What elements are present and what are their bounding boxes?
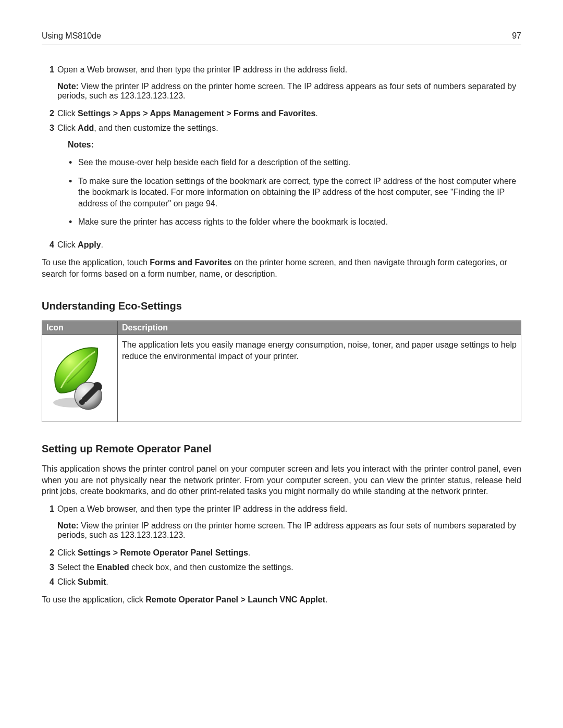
bullet-2: To make sure the location settings of th… [68, 176, 521, 209]
eco-table: Icon Description [42, 320, 521, 422]
step-1: 1 Open a Web browser, and then type the … [42, 65, 521, 104]
bullet-3: Make sure the printer has access rights … [68, 216, 521, 228]
step-2: 2 Click Settings > Apps > Apps Managemen… [42, 109, 521, 118]
step-1-note: View the printer IP address on the print… [57, 82, 516, 100]
section-title: Using MS810de [42, 31, 101, 41]
nav-path: Settings > Apps > Apps Management > Form… [78, 109, 315, 118]
bullet-1: See the mouse-over help beside each fiel… [68, 157, 521, 168]
step-3: 3 Click Add, and then customize the sett… [42, 124, 521, 235]
rop-heading: Setting up Remote Operator Panel [42, 443, 521, 455]
document-page: Using MS810de 97 1 Open a Web browser, a… [0, 0, 563, 655]
eco-row: The application lets you easily manage e… [42, 335, 521, 422]
notes-heading: Notes: [68, 140, 521, 150]
rop-step-4: 4 Click Submit. [42, 577, 521, 587]
th-description: Description [118, 321, 521, 335]
eco-heading: Understanding Eco-Settings [42, 300, 521, 312]
th-icon: Icon [42, 321, 118, 335]
rop-step-1: 1 Open a Web browser, and then type the … [42, 504, 521, 543]
rop-step-3: 3 Select the Enabled check box, and then… [42, 563, 521, 572]
step-4: 4 Click Apply. [42, 240, 521, 250]
page-number: 97 [512, 31, 521, 41]
steps-rop: 1 Open a Web browser, and then type the … [42, 504, 521, 587]
eco-leaf-wrench-icon [46, 339, 105, 417]
step-1-text: Open a Web browser, and then type the pr… [57, 65, 347, 74]
forms-application-usage: To use the application, touch Forms and … [42, 257, 521, 279]
rop-usage: To use the application, click Remote Ope… [42, 594, 521, 606]
page-header: Using MS810de 97 [42, 31, 521, 44]
eco-description: The application lets you easily manage e… [118, 335, 521, 422]
rop-intro: This application shows the printer contr… [42, 463, 521, 497]
note-label: Note: [57, 82, 79, 91]
rop-step-2: 2 Click Settings > Remote Operator Panel… [42, 548, 521, 558]
steps-forms-favorites: 1 Open a Web browser, and then type the … [42, 65, 521, 250]
notes-bullets: See the mouse-over help beside each fiel… [68, 157, 521, 228]
